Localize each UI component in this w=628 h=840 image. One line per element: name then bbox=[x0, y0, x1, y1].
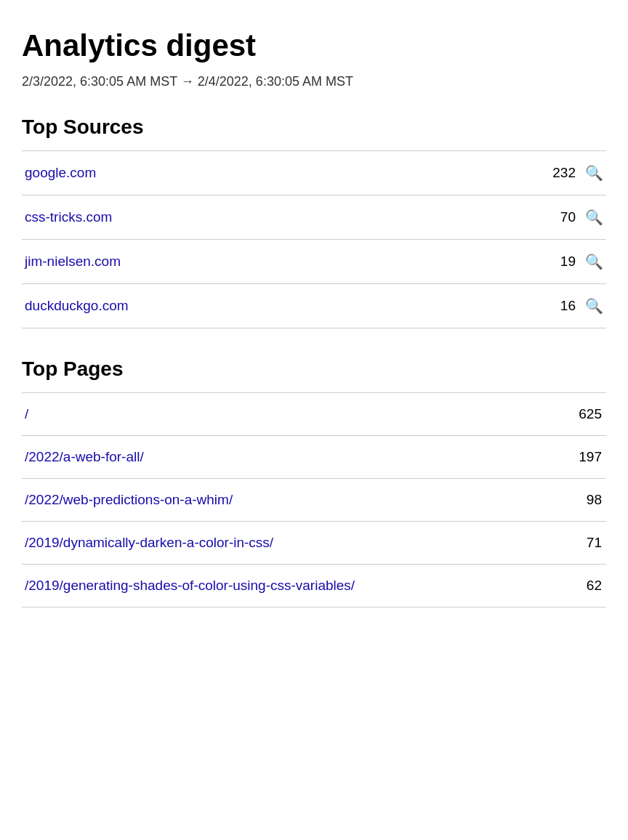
page-link-0[interactable]: / bbox=[25, 406, 28, 421]
page-link-3[interactable]: /2019/dynamically-darken-a-color-in-css/ bbox=[25, 535, 273, 550]
table-row: duckduckgo.com16🔍 bbox=[22, 284, 606, 328]
table-row: /2022/web-predictions-on-a-whim/98 bbox=[22, 479, 606, 522]
table-row: css-tricks.com70🔍 bbox=[22, 195, 606, 240]
search-icon[interactable]: 🔍 bbox=[585, 298, 603, 314]
page-link-1[interactable]: /2022/a-web-for-all/ bbox=[25, 449, 144, 464]
table-row: jim-nielsen.com19🔍 bbox=[22, 240, 606, 284]
source-count: 16 bbox=[459, 284, 580, 328]
top-pages-table: /625/2022/a-web-for-all/197/2022/web-pre… bbox=[22, 392, 606, 607]
page-link-4[interactable]: /2019/generating-shades-of-color-using-c… bbox=[25, 578, 355, 593]
source-link-2[interactable]: jim-nielsen.com bbox=[25, 254, 121, 269]
page-count: 62 bbox=[557, 565, 606, 607]
page-count: 625 bbox=[557, 393, 606, 436]
source-count: 19 bbox=[459, 240, 580, 284]
source-link-1[interactable]: css-tricks.com bbox=[25, 209, 112, 225]
table-row: google.com232🔍 bbox=[22, 151, 606, 195]
table-row: /2019/generating-shades-of-color-using-c… bbox=[22, 565, 606, 607]
search-icon[interactable]: 🔍 bbox=[585, 209, 603, 225]
page-count: 71 bbox=[557, 522, 606, 565]
date-range: 2/3/2022, 6:30:05 AM MST → 2/4/2022, 6:3… bbox=[22, 74, 606, 89]
top-sources-table: google.com232🔍css-tricks.com70🔍jim-niels… bbox=[22, 150, 606, 328]
source-count: 232 bbox=[459, 151, 580, 195]
page-link-2[interactable]: /2022/web-predictions-on-a-whim/ bbox=[25, 492, 233, 507]
top-sources-heading: Top Sources bbox=[22, 116, 606, 139]
page-count: 98 bbox=[557, 479, 606, 522]
table-row: /2019/dynamically-darken-a-color-in-css/… bbox=[22, 522, 606, 565]
table-row: /2022/a-web-for-all/197 bbox=[22, 436, 606, 479]
search-icon[interactable]: 🔍 bbox=[585, 254, 603, 270]
search-icon[interactable]: 🔍 bbox=[585, 165, 603, 181]
top-pages-heading: Top Pages bbox=[22, 358, 606, 381]
page-count: 197 bbox=[557, 436, 606, 479]
source-link-3[interactable]: duckduckgo.com bbox=[25, 298, 129, 313]
page-title: Analytics digest bbox=[22, 29, 606, 62]
source-link-0[interactable]: google.com bbox=[25, 165, 96, 180]
source-count: 70 bbox=[459, 195, 580, 240]
table-row: /625 bbox=[22, 393, 606, 436]
